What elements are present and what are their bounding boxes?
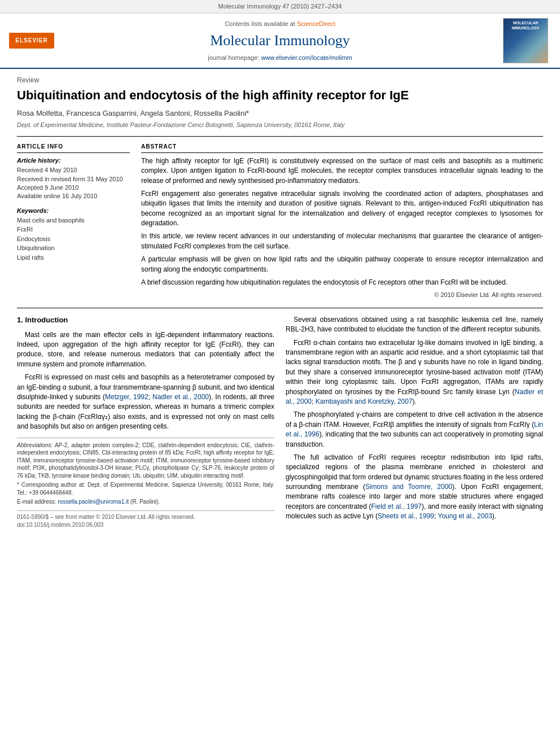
abstract-para-5: A brief discussion regarding how ubiquit… (141, 278, 543, 287)
journal-cover-image: MOLECULAR IMMUNOLOGY (503, 18, 548, 63)
ref-sheets[interactable]: Sheets et al., 1999 (378, 512, 434, 520)
received-date: Received 4 May 2010 (17, 166, 130, 174)
article-type: Review (17, 76, 543, 85)
citation-text: Molecular Immunology 47 (2010) 2427–2434 (218, 3, 342, 10)
abstract-para-4: A particular emphasis will be given on h… (141, 255, 543, 274)
copyright: © 2010 Elsevier Ltd. All rights reserved… (141, 291, 543, 299)
email-link[interactable]: rossella.paolini@uniroma1.it (58, 499, 129, 505)
ref-metzger[interactable]: Metzger, 1992 (105, 393, 148, 401)
abstract-para-2: FcεRI engagement also generates negative… (141, 189, 543, 229)
history-label: Article history: (17, 156, 130, 165)
article-title: Ubiquitination and endocytosis of the hi… (17, 88, 543, 104)
citation-bar: Molecular Immunology 47 (2010) 2427–2434 (0, 0, 560, 14)
body-col-left: 1. Introduction Mast cells are the main … (17, 315, 274, 530)
body-r-para-3: The phosphorylated γ-chains are competen… (286, 410, 543, 449)
abstract-text: The high affinity receptor for IgE (FcεR… (141, 156, 543, 288)
ref-lin[interactable]: Lin et al., 1996 (286, 421, 543, 438)
article-info-abstract: ARTICLE INFO Article history: Received 4… (17, 136, 543, 299)
journal-header: ELSEVIER Contents lists available at Sci… (0, 14, 560, 69)
body-r-para-2: FcεRI α-chain contains two extracellular… (286, 338, 543, 407)
main-body: 1. Introduction Mast cells are the main … (17, 308, 543, 530)
journal-homepage: journal homepage: www.elsevier.com/locat… (65, 54, 495, 62)
ref-young[interactable]: Young et al., 2003 (438, 512, 492, 520)
issn-text: 0161-5890/$ – see front matter © 2010 El… (17, 513, 195, 522)
revised-date: Received in revised form 31 May 2010 (17, 175, 130, 184)
cover-title-line1: MOLECULAR (513, 21, 539, 25)
online-date: Available online 16 July 2010 (17, 192, 130, 200)
journal-title: Molecular Immunology (65, 30, 495, 51)
keyword-1: Mast cells and basophils (17, 216, 130, 225)
abbreviations-line: Abbreviations: AP-2, adapter protein com… (17, 442, 274, 480)
homepage-url[interactable]: www.elsevier.com/locate/molimm (261, 54, 352, 61)
email-line: E-mail address: rossella.paolini@uniroma… (17, 498, 274, 506)
ref-field[interactable]: Field et al., 1997 (371, 503, 422, 510)
header-left: ELSEVIER (9, 18, 60, 63)
body-col-right: Several observations obtained using a ra… (286, 315, 543, 530)
corresponding-line: * Corresponding author at: Dept. of Expe… (17, 481, 274, 496)
contents-line: Contents lists available at ScienceDirec… (65, 20, 495, 28)
intro-para-1: Mast cells are the main effector cells i… (17, 330, 274, 370)
authors: Rosa Molfetta, Francesca Gasparrini, Ang… (17, 108, 543, 119)
word-four: four (100, 383, 112, 391)
keyword-4: Ubiquitination (17, 244, 130, 252)
body-r-para-1: Several observations obtained using a ra… (286, 315, 543, 335)
abstract-para-3: In this article, we review recent advanc… (141, 231, 543, 251)
header-right: MOLECULAR IMMUNOLOGY (500, 18, 551, 63)
keyword-2: FcεRI (17, 225, 130, 234)
article-info-column: ARTICLE INFO Article history: Received 4… (17, 142, 130, 299)
intro-para-2: FcεRI is expressed on mast cells and bas… (17, 373, 274, 431)
accepted-date: Accepted 9 June 2010 (17, 184, 130, 192)
article-content: Review Ubiquitination and endocytosis of… (0, 69, 560, 536)
affiliation: Dept. of Experimental Medicine, Institut… (17, 121, 543, 129)
footnotes-area: Abbreviations: AP-2, adapter protein com… (17, 438, 274, 506)
elsevier-logo: ELSEVIER (9, 33, 54, 49)
cover-title-line2: IMMUNOLOGY (512, 26, 540, 30)
keyword-5: Lipid rafts (17, 254, 130, 262)
body-two-col: 1. Introduction Mast cells are the main … (17, 315, 543, 530)
keywords-label: Keywords: (17, 207, 130, 215)
ref-simons[interactable]: Simons and Toomre, 2000 (365, 483, 452, 491)
abstract-heading: ABSTRACT (141, 142, 543, 152)
article-info-heading: ARTICLE INFO (17, 142, 130, 152)
ref-kambayashi[interactable]: Kambayashi and Koretzky, 2007 (316, 397, 413, 405)
page: Molecular Immunology 47 (2010) 2427–2434… (0, 0, 560, 536)
header-center: Contents lists available at ScienceDirec… (65, 18, 495, 63)
abstract-para-1: The high affinity receptor for IgE (FcεR… (141, 156, 543, 186)
doi-line: doi:10.1016/j.molimm.2010.06.003 (17, 521, 274, 530)
keyword-3: Endocytosis (17, 235, 130, 243)
ref-nadler[interactable]: Nadler et al., 2000 (152, 393, 209, 401)
bottom-bar: 0161-5890/$ – see front matter © 2010 El… (17, 510, 274, 522)
sciencedirect-link[interactable]: ScienceDirect (297, 20, 335, 27)
keywords-list: Mast cells and basophils FcεRI Endocytos… (17, 216, 130, 262)
section-title: 1. Introduction (17, 315, 274, 326)
body-r-para-4: The full activation of FcεRI requires re… (286, 453, 543, 522)
abstract-column: ABSTRACT The high affinity receptor for … (141, 142, 543, 299)
